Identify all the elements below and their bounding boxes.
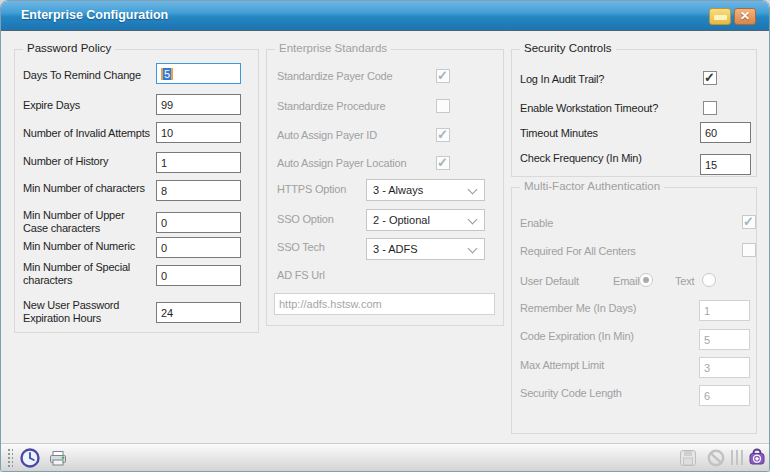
close-icon: ✕: [740, 9, 750, 23]
required-all-centers-checkbox[interactable]: [742, 243, 756, 257]
close-button[interactable]: ✕: [734, 8, 756, 25]
toolbar-separator: [741, 450, 743, 465]
chevron-down-icon: [468, 215, 478, 225]
toolbar-separator: [736, 450, 738, 465]
new-user-expiration-label: New User Password Expiration Hours: [23, 299, 147, 325]
toolbar-grip[interactable]: [7, 448, 13, 468]
text-option-label: Text: [675, 275, 694, 288]
user-default-label: User Default: [520, 275, 579, 288]
printer-icon[interactable]: [47, 447, 69, 469]
enterprise-configuration-window: Enterprise Configuration ✕ Password Poli…: [0, 0, 770, 472]
invalid-attempts-label: Number of Invalid Attempts: [23, 127, 150, 140]
min-uppercase-input[interactable]: [156, 212, 241, 233]
min-uppercase-label: Min Number of Upper Case characters: [23, 209, 147, 235]
sso-tech-label: SSO Tech: [277, 241, 325, 254]
auto-assign-payer-id-label: Auto Assign Payer ID: [277, 129, 377, 142]
min-special-input[interactable]: [156, 265, 241, 286]
invalid-attempts-input[interactable]: [156, 122, 241, 143]
days-to-remind-change-input[interactable]: 5: [156, 63, 241, 84]
dialog-body: Password Policy Days To Remind Change 5 …: [1, 31, 769, 445]
remember-me-input[interactable]: [699, 300, 750, 321]
minimize-icon: [714, 15, 727, 20]
password-policy-group: Password Policy Days To Remind Change 5 …: [14, 49, 259, 333]
sso-option-label: SSO Option: [277, 213, 334, 226]
https-option-dropdown[interactable]: 3 - Always: [366, 179, 485, 201]
clock-history-icon[interactable]: [19, 447, 41, 469]
https-option-label: HTTPS Option: [277, 183, 346, 196]
security-add-icon[interactable]: [747, 447, 769, 469]
password-policy-title: Password Policy: [23, 42, 115, 54]
security-controls-title: Security Controls: [520, 42, 616, 54]
security-code-length-label: Security Code Length: [520, 387, 622, 400]
save-icon[interactable]: [677, 447, 699, 469]
security-controls-group: Security Controls Log In Audit Trail? En…: [511, 49, 757, 177]
cancel-icon[interactable]: [705, 447, 727, 469]
code-expiration-input[interactable]: [699, 329, 750, 350]
adfs-url-label: AD FS Url: [277, 269, 325, 282]
expire-days-label: Expire Days: [23, 99, 80, 112]
required-all-centers-label: Required For All Centers: [520, 245, 636, 258]
chevron-down-icon: [468, 244, 478, 254]
auto-assign-payer-location-label: Auto Assign Payer Location: [277, 157, 406, 170]
workstation-timeout-label: Enable Workstation Timeout?: [520, 102, 658, 115]
timeout-minutes-label: Timeout Minutes: [520, 127, 598, 140]
code-expiration-label: Code Expiration (In Min): [520, 330, 634, 343]
sso-tech-dropdown[interactable]: 3 - ADFS: [366, 238, 485, 260]
new-user-expiration-input[interactable]: [156, 302, 241, 323]
min-numeric-input[interactable]: [156, 237, 241, 258]
sso-option-value: 2 - Optional: [373, 210, 430, 230]
standardize-payer-code-checkbox[interactable]: [436, 69, 450, 83]
auto-assign-payer-id-checkbox[interactable]: [436, 128, 450, 142]
remember-me-label: Remember Me (In Days): [520, 302, 636, 315]
number-of-history-input[interactable]: [156, 152, 241, 173]
title-bar[interactable]: Enterprise Configuration ✕: [1, 1, 769, 31]
mfa-enable-checkbox[interactable]: [742, 215, 756, 229]
security-code-length-input[interactable]: [699, 385, 750, 406]
number-of-history-label: Number of History: [23, 155, 108, 168]
standardize-payer-code-label: Standardize Payer Code: [277, 70, 392, 83]
check-frequency-input[interactable]: [700, 154, 751, 175]
min-characters-label: Min Number of characters: [23, 182, 145, 195]
timeout-minutes-input[interactable]: [700, 122, 751, 143]
sso-tech-value: 3 - ADFS: [373, 239, 418, 259]
min-special-label: Min Number of Special characters: [23, 261, 147, 287]
workstation-timeout-checkbox[interactable]: [703, 101, 717, 115]
mfa-enable-label: Enable: [520, 217, 553, 230]
mfa-title: Multi-Factor Authentication: [520, 180, 664, 192]
min-numeric-label: Min Number of Numeric: [23, 240, 135, 253]
auto-assign-payer-location-checkbox[interactable]: [436, 156, 450, 170]
enterprise-standards-group: Enterprise Standards Standardize Payer C…: [266, 49, 504, 326]
email-radio[interactable]: [639, 273, 653, 287]
bottom-toolbar: [1, 443, 769, 471]
min-characters-input[interactable]: [156, 180, 241, 201]
adfs-url-input[interactable]: [274, 293, 495, 315]
https-option-value: 3 - Always: [373, 180, 423, 200]
sso-option-dropdown[interactable]: 2 - Optional: [366, 209, 485, 231]
toolbar-separator: [731, 450, 733, 465]
enterprise-standards-title: Enterprise Standards: [275, 42, 391, 54]
max-attempt-limit-input[interactable]: [699, 357, 750, 378]
max-attempt-limit-label: Max Attempt Limit: [520, 359, 604, 372]
login-audit-trail-label: Log In Audit Trail?: [520, 73, 604, 86]
mfa-group: Multi-Factor Authentication Enable Requi…: [511, 187, 757, 434]
login-audit-trail-checkbox[interactable]: [703, 71, 717, 85]
minimize-button[interactable]: [709, 8, 731, 25]
email-option-label: Email: [613, 275, 640, 288]
standardize-procedure-checkbox[interactable]: [436, 99, 450, 113]
days-to-remind-change-label: Days To Remind Change: [23, 69, 141, 82]
standardize-procedure-label: Standardize Procedure: [277, 100, 385, 113]
chevron-down-icon: [468, 185, 478, 195]
selected-text: 5: [161, 68, 173, 80]
text-radio[interactable]: [702, 273, 716, 287]
check-frequency-label: Check Frequency (In Min): [520, 152, 642, 165]
window-title: Enterprise Configuration: [21, 1, 168, 30]
expire-days-input[interactable]: [156, 94, 241, 115]
